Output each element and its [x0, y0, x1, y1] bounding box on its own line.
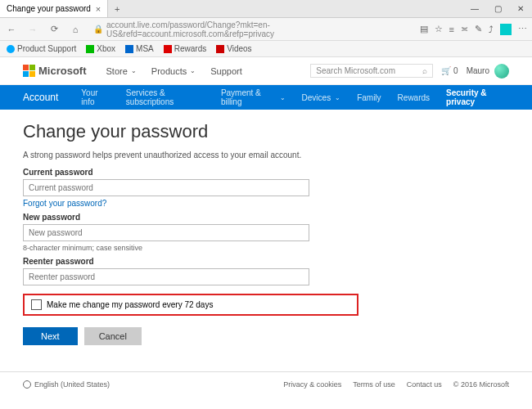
close-icon[interactable]: × — [96, 4, 101, 14]
reading-view-icon[interactable]: ▤ — [420, 24, 428, 34]
fav-product-support[interactable]: Product Support — [7, 44, 76, 53]
nav-products[interactable]: Products — [151, 66, 196, 76]
new-password-input[interactable] — [23, 224, 309, 241]
page-subtitle: A strong password helps prevent unauthor… — [23, 151, 509, 160]
url-field[interactable]: 🔒 account.live.com/password/Change?mkt=e… — [90, 20, 412, 38]
avatar[interactable] — [494, 64, 509, 79]
share-icon[interactable]: ⤴ — [489, 25, 494, 34]
extension-icon[interactable] — [500, 24, 512, 35]
change-72-days-checkbox[interactable] — [31, 299, 42, 310]
reenter-password-label: Reenter password — [23, 257, 509, 266]
back-button[interactable]: ← — [5, 23, 18, 36]
favorites-bar: Product Support Xbox MSA Rewards Videos — [0, 41, 532, 57]
next-button[interactable]: Next — [23, 327, 78, 345]
address-bar: ← → ⟳ ⌂ 🔒 account.live.com/password/Chan… — [0, 18, 532, 41]
nav-store[interactable]: Store — [106, 66, 137, 76]
page-title: Change your password — [23, 121, 509, 142]
maximize-button[interactable]: ▢ — [486, 0, 509, 17]
change-every-72-days-row: Make me change my password every 72 days — [23, 294, 358, 316]
fav-rewards[interactable]: Rewards — [164, 44, 206, 53]
site-footer: English (United States) Privacy & cookie… — [0, 371, 532, 397]
close-window-button[interactable]: ✕ — [509, 0, 532, 17]
fav-videos[interactable]: Videos — [216, 44, 251, 53]
site-header: Microsoft Store Products Support Search … — [0, 57, 532, 85]
nav-account[interactable]: Account — [23, 92, 58, 103]
search-input[interactable]: Search Microsoft.com ⌕ — [310, 64, 433, 78]
home-button[interactable]: ⌂ — [69, 23, 82, 36]
nav-family[interactable]: Family — [357, 93, 381, 102]
forgot-password-link[interactable]: Forgot your password? — [23, 199, 106, 208]
tab-title: Change your password — [7, 4, 91, 13]
nav-security[interactable]: Security & privacy — [446, 88, 509, 106]
main-content: Change your password A strong password h… — [0, 110, 532, 357]
nav-your-info[interactable]: Your info — [81, 88, 109, 106]
reading-list-icon[interactable]: ≡ — [449, 25, 454, 34]
fav-msa[interactable]: MSA — [125, 44, 154, 53]
new-tab-button[interactable]: + — [108, 0, 126, 17]
url-text: account.live.com/password/Change?mkt=en-… — [106, 20, 408, 38]
current-password-label: Current password — [23, 168, 509, 177]
nav-support[interactable]: Support — [210, 66, 242, 76]
microsoft-logo-icon — [23, 65, 35, 77]
reenter-password-input[interactable] — [23, 268, 309, 285]
lock-icon: 🔒 — [93, 25, 103, 34]
locale-link[interactable]: English (United States) — [34, 380, 110, 389]
globe-icon — [23, 380, 31, 389]
search-icon[interactable]: ⌕ — [422, 66, 427, 75]
change-72-days-label: Make me change my password every 72 days — [47, 300, 213, 309]
new-password-label: New password — [23, 213, 509, 222]
footer-terms[interactable]: Terms of use — [353, 380, 395, 389]
hub-icon[interactable]: ≍ — [461, 24, 468, 34]
current-password-input[interactable] — [23, 179, 309, 196]
notes-icon[interactable]: ✎ — [475, 24, 482, 34]
microsoft-logo[interactable]: Microsoft — [23, 65, 87, 77]
favorite-icon[interactable]: ☆ — [435, 24, 443, 34]
refresh-button[interactable]: ⟳ — [47, 23, 61, 36]
minimize-button[interactable]: — — [463, 0, 486, 17]
forward-button[interactable]: → — [26, 23, 39, 36]
footer-privacy[interactable]: Privacy & cookies — [283, 380, 341, 389]
password-hint: 8-character minimum; case sensitive — [23, 244, 509, 252]
window-titlebar: Change your password × + — ▢ ✕ — [0, 0, 532, 18]
cancel-button[interactable]: Cancel — [84, 327, 142, 345]
nav-rewards[interactable]: Rewards — [398, 93, 430, 102]
footer-copyright: © 2016 Microsoft — [453, 380, 509, 389]
username-label[interactable]: Mauro — [467, 66, 489, 75]
more-icon[interactable]: ⋯ — [518, 24, 527, 34]
account-nav: Account Your info Services & subscriptio… — [0, 85, 532, 110]
cart-button[interactable]: 🛒 0 — [441, 66, 458, 75]
fav-xbox[interactable]: Xbox — [86, 44, 115, 53]
nav-payment[interactable]: Payment & billing — [221, 88, 286, 106]
nav-services[interactable]: Services & subscriptions — [126, 88, 205, 106]
browser-tab[interactable]: Change your password × — [0, 0, 108, 17]
footer-contact[interactable]: Contact us — [407, 380, 442, 389]
nav-devices[interactable]: Devices — [302, 93, 341, 102]
